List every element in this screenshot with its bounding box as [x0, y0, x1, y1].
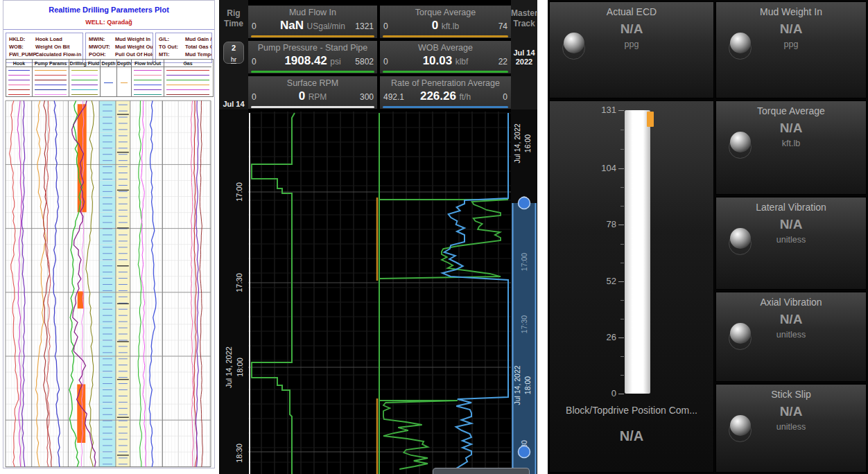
gauge-title: Pump Pressure - Stand Pipe: [248, 43, 377, 54]
time-window-unit: hr: [231, 56, 236, 64]
gauge-title: WOB Average: [380, 43, 511, 54]
legend-label: Mud Weight Out: [115, 43, 153, 51]
svg-text:Jul 14, 2022: Jul 14, 2022: [225, 346, 233, 388]
status-orb-icon[interactable]: [730, 415, 751, 436]
legend-abbr: G/L:: [159, 35, 185, 43]
gauge-color-bar: [383, 71, 508, 73]
legend-abbr: WOB:: [9, 43, 35, 51]
legend-abbr: POOH:: [89, 51, 115, 58]
gauge-tick-label: 52: [593, 276, 616, 286]
gauge-value: 226.26: [420, 89, 456, 103]
gauge-unit: klbf: [455, 57, 469, 67]
gauge-color-bar: [251, 35, 374, 37]
legend-label: Mud Weight In: [115, 35, 150, 43]
legend-label: Total Gas Out: [185, 43, 212, 51]
scale-col-drilling-fluid: Drilling Fluid: [69, 60, 101, 96]
time-window-value: 2: [224, 44, 243, 52]
gauge-value: 0: [432, 19, 438, 32]
legend-label: Mud Temperature In: [185, 51, 212, 58]
svg-text:17:30: 17:30: [235, 273, 243, 292]
gauge-max: 22: [498, 57, 507, 67]
status-orb-icon[interactable]: [564, 33, 584, 53]
gauge-tick-label: 0: [593, 388, 616, 398]
svg-text:Jul 14, 2022: Jul 14, 2022: [513, 123, 521, 163]
legend-abbr: TG Out:: [159, 43, 185, 51]
status-tiles-panel: Actual ECD N/A ppg Mud Weight In N/A ppg…: [548, 0, 868, 474]
gauge-surface-rpm: Surface RPM 0 0 RPM 300: [248, 76, 377, 109]
gauge-tick-label: 78: [593, 219, 616, 229]
master-track-handle-top[interactable]: [519, 198, 530, 209]
scale-col-hook: Hook: [6, 60, 33, 96]
gauge-title: Torque Average: [380, 8, 511, 19]
master-track-handle-bottom[interactable]: [519, 446, 530, 458]
svg-text:18:00: 18:00: [236, 358, 244, 377]
svg-text:18:00: 18:00: [523, 376, 532, 394]
master-track-label: Master Track: [511, 8, 537, 29]
master-track-date: Jul 14 2022: [511, 49, 537, 67]
tile-title: Torque Average: [716, 105, 866, 121]
tile-title: Stick Slip: [716, 389, 866, 404]
gauge-max: 74: [498, 21, 507, 31]
gauge-max: 0: [503, 92, 507, 102]
scale-col-pump-params: Pump Params: [33, 60, 69, 96]
time-axis: 17:0017:30Jul 14, 202218:0018:30: [219, 109, 248, 474]
gauge-tick-label: 131: [593, 105, 616, 115]
tile-title: Lateral Vibration: [716, 202, 866, 217]
gauge-color-bar: [251, 71, 374, 73]
gauge-title: Rate of Penetration Average: [380, 78, 511, 89]
gauge-label: Block/Topdrive Position Com...: [550, 405, 713, 416]
gauge-value: 0: [299, 89, 305, 103]
tile-actual-ecd[interactable]: Actual ECD N/A ppg: [549, 1, 714, 98]
gauge-title: Mud Flow In: [248, 8, 377, 19]
drilling-dashboard: Realtime Drilling Parameters Plot WELL: …: [0, 0, 868, 474]
plot-title: Realtime Drilling Parameters Plot: [3, 6, 214, 14]
gauge-value: 10.03: [423, 54, 453, 67]
svg-text:18:30: 18:30: [235, 444, 243, 463]
realtime-plot-panel: Realtime Drilling Parameters Plot WELL: …: [3, 0, 215, 468]
status-orb-icon[interactable]: [730, 228, 751, 249]
tile-title: Actual ECD: [550, 6, 713, 21]
gauge-wob-average: WOB Average 0 10.03 klbf 22: [380, 41, 511, 73]
legend-label: Weight On Bit: [35, 43, 69, 51]
rig-time-panel: Rig Time 2 hr Jul 14 2022 Master Track J…: [219, 0, 537, 474]
legend-label: Hook Load: [35, 35, 62, 43]
scale-col-depth: Depth: [117, 60, 132, 96]
rig-time-label: Rig Time: [219, 8, 248, 29]
svg-text:17:00: 17:00: [520, 253, 528, 271]
gauge-value: NaN: [280, 19, 304, 32]
master-track[interactable]: Jul 14, 202216:003017:0017:30Jul 14, 202…: [511, 109, 537, 474]
legend-abbr: MWOUT:: [89, 43, 115, 51]
track-scale-table: HookPump ParamsDrilling FluidDepthDepthF…: [6, 59, 214, 97]
gauge-pump-pressure: Pump Pressure - Stand Pipe 0 1908.42 psi…: [248, 41, 377, 73]
legend-label: Calculated Flow-in: [35, 51, 81, 58]
status-orb-icon[interactable]: [730, 33, 751, 53]
gauge-tick-label: 26: [593, 332, 616, 342]
gauge-rop-average: Rate of Penetration Average 492.1 226.26…: [380, 76, 511, 109]
block-position-gauge: 1311047852260 Block/Topdrive Position Co…: [549, 100, 714, 473]
strip-chart[interactable]: [248, 109, 511, 474]
svg-text:16:00: 16:00: [523, 134, 532, 152]
status-orb-icon[interactable]: [730, 132, 751, 152]
status-orb-icon[interactable]: [730, 323, 751, 344]
tile-mud-weight-in[interactable]: Mud Weight In N/A ppg: [715, 1, 867, 98]
tile-lateral-vibration[interactable]: Lateral Vibration N/A unitless: [715, 197, 867, 290]
gauge-color-bar: [383, 106, 508, 108]
gauge-unit: psi: [330, 57, 340, 67]
gauge-unit: kft.lb: [442, 21, 459, 31]
tile-axial-vibration[interactable]: Axial Vibration N/A unitless: [715, 292, 867, 382]
master-selection: [512, 203, 537, 474]
legend-abbr: HKLD:: [9, 35, 35, 43]
gauge-value: N/A: [550, 428, 713, 444]
well-name: WELL: Qaradağ: [3, 19, 214, 30]
gauge-color-bar: [251, 106, 374, 108]
tile-stick-slip[interactable]: Stick Slip N/A unitless: [715, 384, 867, 473]
tile-title: Mud Weight In: [716, 6, 866, 21]
horizontal-scrollbar[interactable]: [433, 468, 530, 474]
scale-col-flow-in-out: Flow In/Out: [132, 60, 164, 96]
time-window-button[interactable]: 2 hr: [223, 42, 244, 64]
gauge-value: 1908.42: [284, 54, 327, 67]
svg-text:17:00: 17:00: [235, 182, 243, 202]
svg-text:17:30: 17:30: [520, 315, 528, 333]
tile-torque-average[interactable]: Torque Average N/A kft.lb: [715, 100, 867, 195]
scale-col-gas: Gas: [164, 60, 211, 96]
